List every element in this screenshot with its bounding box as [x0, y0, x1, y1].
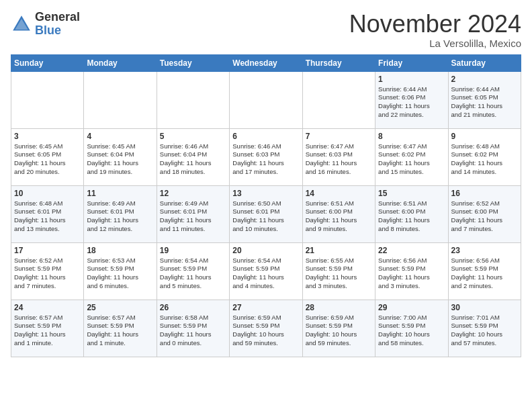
calendar-week-row: 24Sunrise: 6:57 AMSunset: 5:59 PMDayligh…: [11, 300, 521, 357]
day-number: 11: [87, 189, 153, 198]
calendar-cell: [11, 71, 84, 128]
calendar-cell: 13Sunrise: 6:50 AMSunset: 6:01 PMDayligh…: [230, 185, 302, 242]
day-number: 25: [87, 303, 153, 312]
calendar-cell: [157, 71, 229, 128]
day-number: 20: [232, 246, 299, 255]
day-info: Sunrise: 7:00 AMSunset: 5:59 PMDaylight:…: [378, 314, 445, 348]
day-number: 21: [306, 246, 372, 255]
calendar-cell: 29Sunrise: 7:00 AMSunset: 5:59 PMDayligh…: [375, 300, 448, 357]
calendar-cell: 28Sunrise: 6:59 AMSunset: 5:59 PMDayligh…: [302, 300, 375, 357]
day-number: 4: [87, 132, 153, 141]
calendar-cell: 19Sunrise: 6:54 AMSunset: 5:59 PMDayligh…: [157, 242, 229, 300]
day-number: 12: [160, 189, 226, 198]
day-number: 14: [306, 189, 372, 198]
day-info: Sunrise: 6:56 AMSunset: 5:59 PMDaylight:…: [451, 257, 518, 291]
calendar-cell: 8Sunrise: 6:47 AMSunset: 6:02 PMDaylight…: [375, 128, 448, 185]
weekday-header-monday: Monday: [84, 54, 157, 71]
calendar-cell: 17Sunrise: 6:52 AMSunset: 5:59 PMDayligh…: [11, 242, 84, 300]
calendar-cell: 10Sunrise: 6:48 AMSunset: 6:01 PMDayligh…: [11, 185, 84, 242]
weekday-header-wednesday: Wednesday: [230, 54, 302, 71]
calendar-cell: 3Sunrise: 6:45 AMSunset: 6:05 PMDaylight…: [11, 128, 84, 185]
calendar-cell: 18Sunrise: 6:53 AMSunset: 5:59 PMDayligh…: [84, 242, 157, 300]
day-info: Sunrise: 6:44 AMSunset: 6:05 PMDaylight:…: [451, 85, 518, 120]
day-number: 13: [232, 189, 299, 198]
calendar-cell: 9Sunrise: 6:48 AMSunset: 6:02 PMDaylight…: [448, 128, 521, 185]
weekday-header-saturday: Saturday: [448, 54, 521, 71]
day-number: 19: [160, 246, 226, 255]
day-number: 10: [14, 189, 81, 198]
calendar-cell: 6Sunrise: 6:46 AMSunset: 6:03 PMDaylight…: [230, 128, 302, 185]
logo-general-text: General: [35, 11, 80, 24]
calendar-cell: 24Sunrise: 6:57 AMSunset: 5:59 PMDayligh…: [11, 300, 84, 357]
day-info: Sunrise: 6:48 AMSunset: 6:02 PMDaylight:…: [451, 142, 518, 177]
day-number: 3: [14, 132, 81, 141]
calendar-cell: 15Sunrise: 6:51 AMSunset: 6:00 PMDayligh…: [375, 185, 448, 242]
day-number: 24: [14, 303, 81, 312]
day-info: Sunrise: 6:45 AMSunset: 6:04 PMDaylight:…: [87, 142, 153, 177]
day-number: 18: [87, 246, 153, 255]
day-number: 22: [378, 246, 445, 255]
calendar-cell: 5Sunrise: 6:46 AMSunset: 6:04 PMDaylight…: [157, 128, 229, 185]
day-info: Sunrise: 6:54 AMSunset: 5:59 PMDaylight:…: [232, 257, 299, 291]
location-text: La Versolilla, Mexico: [349, 38, 521, 49]
day-info: Sunrise: 7:01 AMSunset: 5:59 PMDaylight:…: [451, 314, 518, 348]
calendar-week-row: 3Sunrise: 6:45 AMSunset: 6:05 PMDaylight…: [11, 128, 521, 185]
weekday-header-tuesday: Tuesday: [157, 54, 229, 71]
day-info: Sunrise: 6:55 AMSunset: 5:59 PMDaylight:…: [306, 257, 372, 291]
calendar-cell: 14Sunrise: 6:51 AMSunset: 6:00 PMDayligh…: [302, 185, 375, 242]
calendar-cell: [302, 71, 375, 128]
day-info: Sunrise: 6:59 AMSunset: 5:59 PMDaylight:…: [306, 314, 372, 348]
calendar-cell: 11Sunrise: 6:49 AMSunset: 6:01 PMDayligh…: [84, 185, 157, 242]
page-header: General Blue November 2024 La Versolilla…: [11, 11, 521, 49]
day-info: Sunrise: 6:57 AMSunset: 5:59 PMDaylight:…: [14, 314, 81, 348]
day-info: Sunrise: 6:56 AMSunset: 5:59 PMDaylight:…: [378, 257, 445, 291]
day-number: 27: [232, 303, 299, 312]
day-info: Sunrise: 6:47 AMSunset: 6:02 PMDaylight:…: [378, 142, 445, 177]
day-number: 9: [451, 132, 518, 141]
day-info: Sunrise: 6:58 AMSunset: 5:59 PMDaylight:…: [160, 314, 226, 348]
day-info: Sunrise: 6:53 AMSunset: 5:59 PMDaylight:…: [87, 257, 153, 291]
day-info: Sunrise: 6:49 AMSunset: 6:01 PMDaylight:…: [87, 199, 153, 234]
day-number: 16: [451, 189, 518, 198]
calendar-cell: [84, 71, 157, 128]
weekday-header-friday: Friday: [375, 54, 448, 71]
day-number: 15: [378, 189, 445, 198]
calendar-week-row: 1Sunrise: 6:44 AMSunset: 6:06 PMDaylight…: [11, 71, 521, 128]
calendar-cell: 1Sunrise: 6:44 AMSunset: 6:06 PMDaylight…: [375, 71, 448, 128]
day-number: 8: [378, 132, 445, 141]
logo-blue-text: Blue: [35, 24, 80, 38]
calendar-cell: 21Sunrise: 6:55 AMSunset: 5:59 PMDayligh…: [302, 242, 375, 300]
logo-icon: [11, 13, 32, 35]
calendar-cell: [230, 71, 302, 128]
day-info: Sunrise: 6:50 AMSunset: 6:01 PMDaylight:…: [232, 199, 299, 234]
day-number: 2: [451, 75, 518, 84]
calendar-cell: 12Sunrise: 6:49 AMSunset: 6:01 PMDayligh…: [157, 185, 229, 242]
day-number: 26: [160, 303, 226, 312]
day-number: 7: [306, 132, 372, 141]
calendar-cell: 27Sunrise: 6:59 AMSunset: 5:59 PMDayligh…: [230, 300, 302, 357]
month-title: November 2024: [349, 11, 521, 38]
day-number: 6: [232, 132, 299, 141]
day-info: Sunrise: 6:51 AMSunset: 6:00 PMDaylight:…: [378, 199, 445, 234]
day-number: 23: [451, 246, 518, 255]
calendar-week-row: 10Sunrise: 6:48 AMSunset: 6:01 PMDayligh…: [11, 185, 521, 242]
calendar-cell: 30Sunrise: 7:01 AMSunset: 5:59 PMDayligh…: [448, 300, 521, 357]
day-number: 5: [160, 132, 226, 141]
calendar-cell: 16Sunrise: 6:52 AMSunset: 6:00 PMDayligh…: [448, 185, 521, 242]
weekday-header-thursday: Thursday: [302, 54, 375, 71]
day-info: Sunrise: 6:59 AMSunset: 5:59 PMDaylight:…: [232, 314, 299, 348]
day-number: 29: [378, 303, 445, 312]
calendar-cell: 23Sunrise: 6:56 AMSunset: 5:59 PMDayligh…: [448, 242, 521, 300]
day-info: Sunrise: 6:46 AMSunset: 6:03 PMDaylight:…: [232, 142, 299, 177]
day-info: Sunrise: 6:48 AMSunset: 6:01 PMDaylight:…: [14, 199, 81, 234]
weekday-header-sunday: Sunday: [11, 54, 84, 71]
calendar-cell: 2Sunrise: 6:44 AMSunset: 6:05 PMDaylight…: [448, 71, 521, 128]
calendar-table: SundayMondayTuesdayWednesdayThursdayFrid…: [11, 54, 521, 357]
day-info: Sunrise: 6:54 AMSunset: 5:59 PMDaylight:…: [160, 257, 226, 291]
day-info: Sunrise: 6:44 AMSunset: 6:06 PMDaylight:…: [378, 85, 445, 120]
calendar-cell: 26Sunrise: 6:58 AMSunset: 5:59 PMDayligh…: [157, 300, 229, 357]
day-info: Sunrise: 6:46 AMSunset: 6:04 PMDaylight:…: [160, 142, 226, 177]
day-number: 17: [14, 246, 81, 255]
day-info: Sunrise: 6:52 AMSunset: 5:59 PMDaylight:…: [14, 257, 81, 291]
calendar-cell: 7Sunrise: 6:47 AMSunset: 6:03 PMDaylight…: [302, 128, 375, 185]
